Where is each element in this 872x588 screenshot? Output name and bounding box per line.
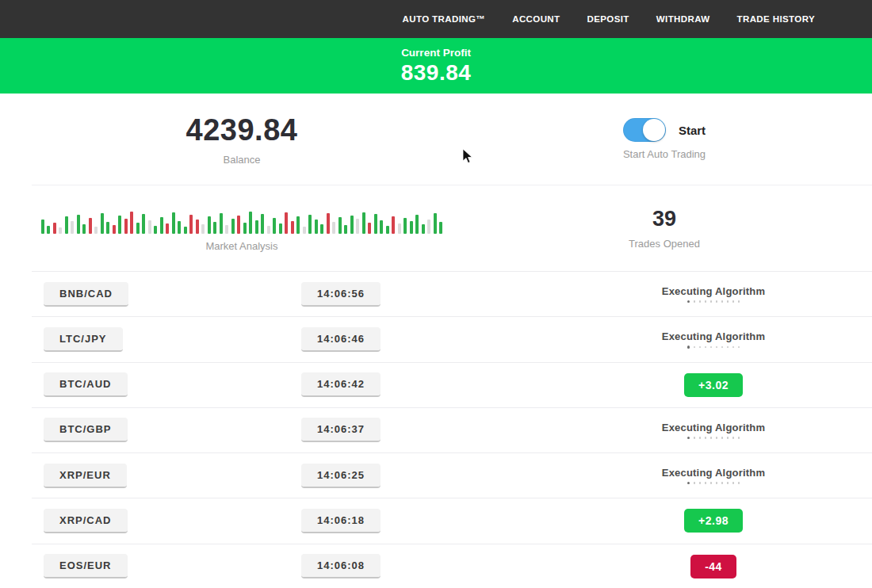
market-bar xyxy=(106,222,109,234)
market-bar xyxy=(82,224,86,234)
nav-item-auto-trading[interactable]: AUTO TRADING™ xyxy=(403,14,486,24)
trade-pair-chip[interactable]: BTC/GBP xyxy=(44,418,128,442)
market-bar xyxy=(439,222,442,234)
auto-trading-toggle[interactable] xyxy=(623,118,666,142)
market-bar xyxy=(380,220,383,234)
market-bar xyxy=(178,221,181,234)
market-bar xyxy=(386,226,389,234)
progress-dots-icon xyxy=(687,300,740,304)
executing-algorithm-label: Executing Algorithm xyxy=(662,467,765,479)
market-bar xyxy=(65,216,68,234)
profit-badge: +3.02 xyxy=(684,373,743,397)
stats-row-market: Market Analysis 39 Trades Opened xyxy=(0,185,872,271)
market-bar xyxy=(303,227,306,234)
market-bar xyxy=(374,214,377,234)
profit-banner: Current Profit 839.84 xyxy=(0,38,872,94)
trade-time-chip: 14:06:37 xyxy=(301,418,381,442)
nav-item-account[interactable]: ACCOUNT xyxy=(512,14,560,24)
auto-trading-label: Start Auto Trading xyxy=(623,148,706,160)
market-bar xyxy=(172,212,175,234)
nav-item-trade-history[interactable]: TRADE HISTORY xyxy=(737,14,816,24)
market-bar xyxy=(410,221,413,234)
market-bar xyxy=(184,227,187,234)
market-analysis-stat: Market Analysis xyxy=(0,205,484,252)
profit-banner-value: 839.84 xyxy=(401,60,472,86)
toggle-knob-icon xyxy=(643,119,665,141)
market-bar xyxy=(53,223,56,234)
trade-time-chip: 14:06:46 xyxy=(301,327,381,352)
progress-dots-icon xyxy=(687,346,740,349)
trade-row: BTC/AUD14:06:42+3.02 xyxy=(32,363,872,408)
market-bar xyxy=(89,218,92,234)
market-bar xyxy=(267,226,270,234)
executing-algorithm-label: Executing Algorithm xyxy=(662,330,765,342)
progress-dots-icon xyxy=(687,437,740,440)
progress-dots-icon xyxy=(687,482,740,485)
market-bar xyxy=(160,217,163,234)
market-bar xyxy=(249,212,252,234)
trade-row: XRP/EUR14:06:25Executing Algorithm xyxy=(32,453,872,498)
executing-algorithm-label: Executing Algorithm xyxy=(662,285,765,297)
balance-label: Balance xyxy=(224,154,261,166)
trade-row: BNB/CAD14:06:56Executing Algorithm xyxy=(32,272,872,317)
nav-item-deposit[interactable]: DEPOSIT xyxy=(587,14,629,24)
market-bar xyxy=(344,225,347,234)
market-bar xyxy=(356,219,359,234)
market-bar xyxy=(362,212,365,234)
market-bar xyxy=(231,219,235,234)
stats-row-balance: 4239.84 Balance Start Start Auto Trading xyxy=(0,94,872,185)
market-bar xyxy=(315,220,318,234)
nav-item-withdraw[interactable]: WITHDRAW xyxy=(656,14,710,24)
profit-badge: +2.98 xyxy=(684,509,743,533)
executing-algorithm-label: Executing Algorithm xyxy=(662,422,765,433)
market-bar xyxy=(332,222,335,234)
market-analysis-label: Market Analysis xyxy=(205,240,277,252)
trade-row: BTC/GBP14:06:37Executing Algorithm xyxy=(32,408,872,453)
market-bar xyxy=(291,221,294,234)
market-bar xyxy=(273,218,276,234)
trade-time-chip: 14:06:56 xyxy=(301,282,381,307)
market-bar xyxy=(196,220,199,234)
trades-opened-stat: 39 Trades Opened xyxy=(484,207,845,250)
market-bar xyxy=(279,223,282,234)
market-bar xyxy=(101,213,104,234)
market-bar xyxy=(213,222,216,234)
market-bar xyxy=(285,212,288,234)
toggle-label: Start xyxy=(679,124,706,137)
auto-trading-page: AUTO TRADING™ACCOUNTDEPOSITWITHDRAWTRADE… xyxy=(0,0,872,588)
market-bar xyxy=(427,220,430,234)
market-bar xyxy=(261,214,264,234)
market-bar xyxy=(350,216,354,234)
trade-row: LTC/JPY14:06:46Executing Algorithm xyxy=(32,317,872,362)
market-bar xyxy=(398,223,401,234)
trade-time-chip: 14:06:08 xyxy=(301,554,381,578)
trade-pair-chip[interactable]: EOS/EUR xyxy=(44,554,128,578)
trade-pair-chip[interactable]: XRP/EUR xyxy=(44,464,127,488)
profit-banner-label: Current Profit xyxy=(401,47,471,59)
market-bar xyxy=(403,218,407,234)
trade-pair-chip[interactable]: BNB/CAD xyxy=(44,282,128,307)
trade-pair-chip[interactable]: BTC/AUD xyxy=(44,372,128,397)
market-bar xyxy=(392,216,395,234)
market-bar xyxy=(255,220,258,234)
market-bar xyxy=(118,216,121,234)
top-nav: AUTO TRADING™ACCOUNTDEPOSITWITHDRAWTRADE… xyxy=(0,0,872,38)
trade-time-chip: 14:06:18 xyxy=(301,509,381,533)
market-bar xyxy=(166,223,169,234)
market-bar xyxy=(422,224,425,234)
market-bar xyxy=(136,223,140,234)
trade-pair-chip[interactable]: XRP/CAD xyxy=(44,509,128,533)
market-bar xyxy=(368,223,371,234)
market-bar xyxy=(338,217,342,234)
market-bar xyxy=(189,215,193,234)
market-bar xyxy=(41,220,44,234)
market-bar xyxy=(77,215,80,234)
trade-row: XRP/CAD14:06:18+2.98 xyxy=(32,498,872,544)
market-bar xyxy=(296,216,300,234)
market-bar xyxy=(59,227,62,234)
trade-pair-chip[interactable]: LTC/JPY xyxy=(44,327,123,352)
trade-row: EOS/EUR14:06:08-44 xyxy=(32,544,872,588)
trades-opened-value: 39 xyxy=(652,207,676,231)
market-bar xyxy=(154,226,157,234)
trades-opened-label: Trades Opened xyxy=(629,238,700,250)
